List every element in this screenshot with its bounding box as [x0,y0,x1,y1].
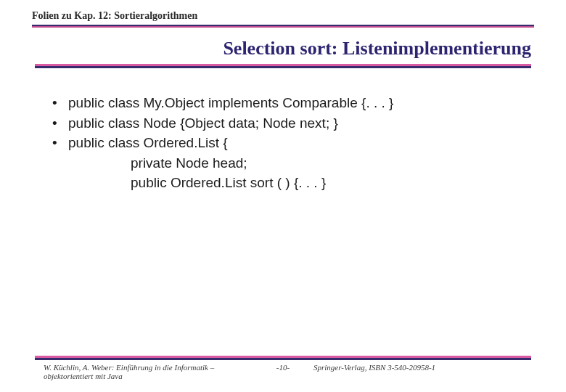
slide-content: • public class My.Object implements Comp… [0,68,566,193]
bullet-subline: private Node head; [51,153,566,173]
chapter-label: Folien zu Kap. 12: Sortieralgorithmen [32,10,566,22]
slide-header: Folien zu Kap. 12: Sortieralgorithmen [0,0,566,22]
bullet-dot-icon: • [51,133,68,153]
slide-footer: W. Küchlin, A. Weber: Einführung in die … [0,363,566,380]
bullet-item: • public class Ordered.List { [51,133,566,153]
bullet-item: • public class My.Object implements Comp… [51,93,566,113]
slide-title: Selection sort: Listenimplementierung [223,38,531,60]
bullet-subline: public Ordered.List sort ( ) {. . . } [51,173,566,193]
bullet-item: • public class Node {Object data; Node n… [51,113,566,134]
footer-page-number: -10- [261,363,305,372]
bullet-dot-icon: • [51,93,68,113]
bullet-text: public class My.Object implements Compar… [68,93,566,113]
footer-divider [35,356,531,360]
title-wrap: Selection sort: Listenimplementierung [0,28,566,60]
footer-publisher: Springer-Verlag, ISBN 3-540-20958-1 [305,363,531,372]
bullet-dot-icon: • [51,113,68,134]
bullet-text: public class Ordered.List { [68,133,566,153]
footer-authors: W. Küchlin, A. Weber: Einführung in die … [44,363,261,380]
bullet-text: public class Node {Object data; Node nex… [68,113,566,134]
